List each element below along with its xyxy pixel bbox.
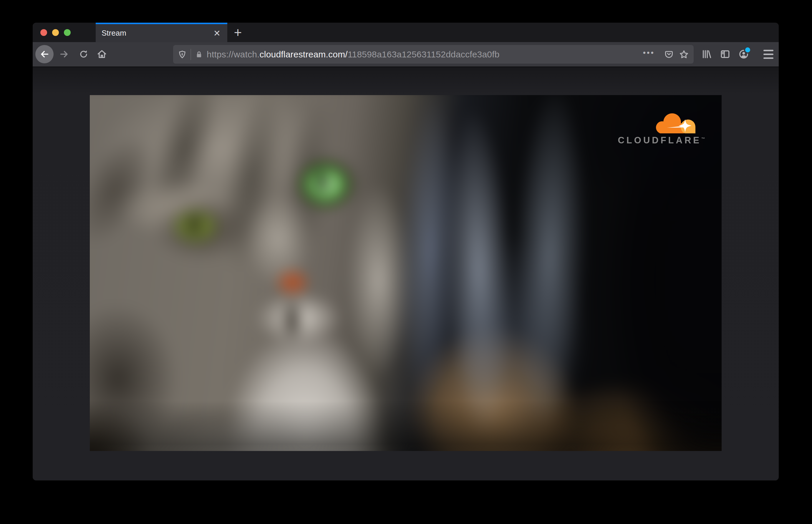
pocket-button[interactable]: [664, 50, 673, 59]
video-player[interactable]: CLOUDFLARE™: [90, 95, 721, 451]
app-menu-button[interactable]: [763, 49, 774, 60]
library-button[interactable]: [701, 49, 712, 60]
sidebar-toggle-button[interactable]: [720, 49, 730, 60]
tracking-protection-shield-icon[interactable]: [178, 50, 186, 59]
account-notification-dot: [744, 46, 751, 53]
page-content: CLOUDFLARE™: [33, 67, 779, 480]
cloudflare-watermark: CLOUDFLARE™: [618, 110, 705, 146]
reload-button[interactable]: [78, 49, 89, 60]
home-icon: [97, 49, 107, 60]
pocket-icon: [664, 50, 673, 59]
library-icon: [701, 49, 712, 60]
https-lock-icon[interactable]: [195, 50, 203, 59]
tab-bar: Stream ✕ +: [33, 23, 779, 42]
url-slash: /: [345, 49, 348, 59]
url-domain: cloudflarestream.com: [260, 49, 345, 59]
window-close-button[interactable]: [40, 29, 47, 36]
urlbar-separator: [191, 49, 191, 60]
new-tab-button[interactable]: +: [232, 26, 244, 38]
forward-arrow-icon: [59, 49, 69, 59]
macos-traffic-lights: [40, 23, 71, 42]
window-minimize-button[interactable]: [52, 29, 59, 36]
forward-button[interactable]: [59, 49, 69, 60]
browser-window: Stream ✕ +: [33, 23, 779, 480]
screenshot-stage: Stream ✕ +: [0, 0, 812, 524]
window-zoom-button[interactable]: [64, 29, 71, 36]
tab-stream[interactable]: Stream ✕: [96, 23, 227, 42]
video-bottom-vignette: [90, 95, 721, 451]
url-text: https://watch.cloudflarestream.com/11859…: [207, 49, 500, 60]
bookmark-button[interactable]: [679, 49, 689, 60]
menu-icon: [763, 50, 774, 59]
back-button[interactable]: [35, 45, 53, 63]
url-path: 118598a163a125631152ddaccfe3a0fb: [348, 49, 500, 59]
page-actions-icon[interactable]: •••: [643, 48, 655, 58]
star-icon: [679, 49, 689, 60]
account-button[interactable]: [738, 49, 749, 60]
reload-icon: [79, 49, 88, 59]
tab-title: Stream: [101, 29, 211, 38]
home-button[interactable]: [97, 49, 107, 60]
trademark-symbol: ™: [701, 136, 705, 141]
cloudflare-cloud-icon: [654, 110, 704, 135]
url-scheme-host-prefix: https://watch.: [207, 49, 260, 59]
back-arrow-icon: [39, 49, 49, 59]
navigation-toolbar: https://watch.cloudflarestream.com/11859…: [33, 42, 779, 67]
tab-close-icon[interactable]: ✕: [211, 27, 223, 39]
cloudflare-wordmark: CLOUDFLARE™: [618, 135, 705, 146]
sidebar-icon: [720, 49, 730, 60]
url-bar[interactable]: https://watch.cloudflarestream.com/11859…: [173, 45, 694, 64]
